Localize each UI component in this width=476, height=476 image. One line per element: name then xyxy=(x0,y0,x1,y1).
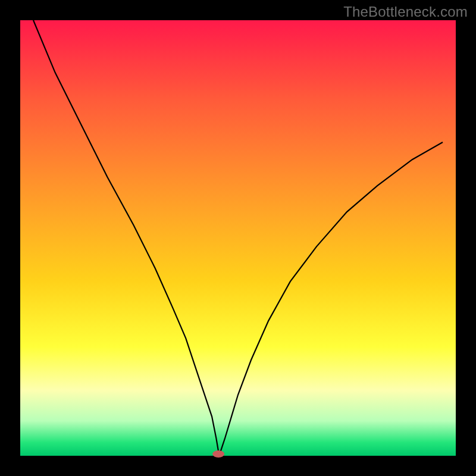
plot-background xyxy=(20,20,456,456)
bottleneck-chart xyxy=(0,0,476,476)
chart-container: TheBottleneck.com xyxy=(0,0,476,476)
watermark-text: TheBottleneck.com xyxy=(343,4,468,20)
optimal-marker xyxy=(212,450,224,458)
